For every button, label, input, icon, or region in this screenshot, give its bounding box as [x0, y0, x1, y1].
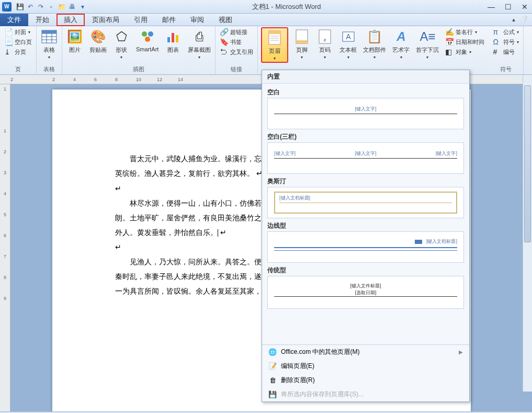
preview-label-blank3: 空白(三栏): [267, 132, 464, 141]
header-button[interactable]: 页眉▾: [261, 27, 288, 63]
preview-label-traditional: 传统型: [267, 266, 464, 275]
table-icon: [41, 28, 58, 45]
quickparts-button[interactable]: 📋文档部件▾: [362, 27, 387, 61]
dropdown-section-header: 内置: [262, 70, 469, 84]
group-illustrations: 🖼️图片 🎨剪贴画 ⬠形状▾ SmartArt 图表 ⎙屏幕截图▾ 插图: [62, 26, 216, 74]
preview-sideline[interactable]: [键入文档标题]: [267, 231, 464, 263]
header-dropdown: 内置 空白 [键入文字] 空白(三栏) [键入文字] [键入文字] [键入文字]…: [262, 70, 470, 402]
submenu-arrow-icon: ▶: [459, 349, 463, 355]
group-tables: 表格▾ 表格: [37, 26, 62, 74]
svg-text:A: A: [346, 32, 351, 41]
blank-page-button[interactable]: 📃空白页: [3, 37, 33, 47]
wordart-button[interactable]: A艺术字▾: [391, 27, 411, 61]
cover-page-button[interactable]: 📄封面▾: [3, 27, 33, 37]
qat-redo[interactable]: ↷: [37, 3, 45, 11]
pagenumber-button[interactable]: #页码▾: [315, 27, 334, 61]
svg-rect-10: [167, 37, 170, 42]
footer-icon: [293, 28, 310, 45]
office-icon: 🌐: [268, 348, 277, 356]
parts-icon: 📋: [366, 28, 383, 45]
close-button[interactable]: ✕: [519, 2, 530, 12]
footer-button[interactable]: 页脚▾: [292, 27, 311, 61]
scrollbar-thumb[interactable]: [524, 85, 531, 242]
tab-references[interactable]: 引用: [127, 14, 155, 26]
wordart-icon: A: [393, 28, 410, 45]
qat-save[interactable]: 💾: [16, 3, 24, 11]
dropcap-icon: A≡: [419, 28, 436, 45]
tab-insert[interactable]: 插入: [56, 14, 85, 26]
picture-icon: 🖼️: [66, 28, 83, 45]
preview-label-blank: 空白: [267, 88, 464, 97]
qat-undo[interactable]: ↶: [26, 3, 35, 11]
symbol-button[interactable]: Ω符号▾: [492, 37, 520, 47]
qat-open[interactable]: 📁: [58, 3, 66, 11]
edit-icon: 📝: [268, 362, 277, 371]
qat-print[interactable]: 🖶: [68, 3, 76, 11]
smartart-button[interactable]: SmartArt: [135, 27, 160, 53]
vertical-scrollbar[interactable]: [523, 75, 532, 392]
maximize-button[interactable]: ☐: [503, 2, 513, 12]
menu-office-headers[interactable]: 🌐 Office.com 中的其他页眉(M) ▶: [262, 345, 469, 359]
svg-point-8: [148, 31, 153, 37]
pagenum-icon: #: [316, 28, 333, 45]
datetime-button[interactable]: 📅日期和时间: [444, 37, 485, 47]
clipart-icon: 🎨: [90, 28, 107, 45]
dropcap-button[interactable]: A≡首字下沉▾: [415, 27, 440, 61]
shapes-button[interactable]: ⬠形状▾: [112, 27, 131, 61]
smartart-icon: [139, 28, 156, 45]
ribbon: 📄封面▾ 📃空白页 ⤓分页 页 表格▾ 表格 🖼️图片 🎨剪贴画 ⬠形状▾ Sm…: [0, 26, 532, 75]
svg-text:#: #: [324, 38, 326, 43]
menu-edit-header[interactable]: 📝 编辑页眉(E): [262, 359, 469, 373]
word-icon: W: [2, 2, 12, 12]
clipart-button[interactable]: 🎨剪贴画: [88, 27, 108, 55]
svg-rect-14: [269, 31, 280, 34]
bookmark-button[interactable]: 🔖书签: [219, 37, 254, 47]
number-button[interactable]: #编号: [492, 47, 520, 57]
picture-button[interactable]: 🖼️图片: [65, 27, 84, 55]
preview-austin[interactable]: [键入文档标题]: [267, 187, 464, 218]
signature-button[interactable]: ✍签名行▾: [444, 27, 485, 37]
svg-point-9: [145, 37, 150, 42]
preview-label-austin: 奥斯汀: [267, 177, 464, 186]
hyperlink-button[interactable]: 🔗超链接: [219, 27, 254, 37]
screenshot-button[interactable]: ⎙屏幕截图▾: [187, 27, 212, 61]
ruler-vertical[interactable]: 1123456789: [0, 84, 10, 411]
tab-home[interactable]: 开始: [28, 14, 56, 26]
qat-more[interactable]: ▾: [78, 3, 87, 11]
help-button[interactable]: ❔: [520, 15, 529, 24]
chart-icon: [165, 28, 182, 45]
tab-pagelayout[interactable]: 页面布局: [85, 14, 127, 26]
tab-view[interactable]: 视图: [211, 14, 240, 26]
preview-blank3[interactable]: [键入文字] [键入文字] [键入文字]: [267, 142, 464, 174]
table-button[interactable]: 表格▾: [40, 27, 59, 61]
file-tab[interactable]: 文件: [0, 14, 28, 26]
svg-rect-19: [296, 40, 308, 43]
minimize-button[interactable]: —: [486, 2, 496, 12]
object-button[interactable]: ◧对象▾: [444, 47, 485, 57]
dropdown-menu: 🌐 Office.com 中的其他页眉(M) ▶ 📝 编辑页眉(E) 🗑 删除页…: [262, 344, 469, 401]
collapse-ribbon[interactable]: ▲: [511, 17, 516, 23]
chart-button[interactable]: 图表: [164, 27, 183, 55]
tab-mailings[interactable]: 邮件: [155, 14, 183, 26]
header-icon: [266, 29, 283, 46]
group-symbols: π公式▾ Ω符号▾ #编号 符号: [489, 26, 524, 74]
menu-remove-header[interactable]: 🗑 删除页眉(R): [262, 373, 469, 387]
svg-rect-11: [172, 33, 174, 42]
quick-access-toolbar: 💾 ↶ ↷ ▫ 📁 🖶 ▾: [16, 3, 87, 11]
crossref-button[interactable]: ⮌交叉引用: [219, 47, 254, 57]
qat-new[interactable]: ▫: [47, 3, 55, 11]
textbox-icon: A: [340, 28, 357, 45]
preview-label-sideline: 边线型: [267, 221, 464, 230]
preview-blank[interactable]: [键入文字]: [267, 98, 464, 129]
tab-review[interactable]: 审阅: [183, 14, 211, 26]
equation-button[interactable]: π公式▾: [492, 27, 520, 37]
page-break-button[interactable]: ⤓分页: [3, 47, 33, 57]
titlebar: W 💾 ↶ ↷ ▫ 📁 🖶 ▾ 文档1 - Microsoft Word — ☐…: [0, 0, 532, 14]
preview-traditional[interactable]: [键入文件标题] [选取日期]: [267, 276, 464, 309]
svg-rect-6: [42, 30, 56, 34]
menu-save-header: 💾 将所选内容保存到页眉库(S)...: [262, 387, 469, 401]
shapes-icon: ⬠: [113, 28, 130, 45]
dropdown-gallery[interactable]: 空白 [键入文字] 空白(三栏) [键入文字] [键入文字] [键入文字] 奥斯…: [262, 84, 469, 344]
window-controls: — ☐ ✕: [486, 2, 530, 12]
textbox-button[interactable]: A文本框▾: [338, 27, 358, 61]
